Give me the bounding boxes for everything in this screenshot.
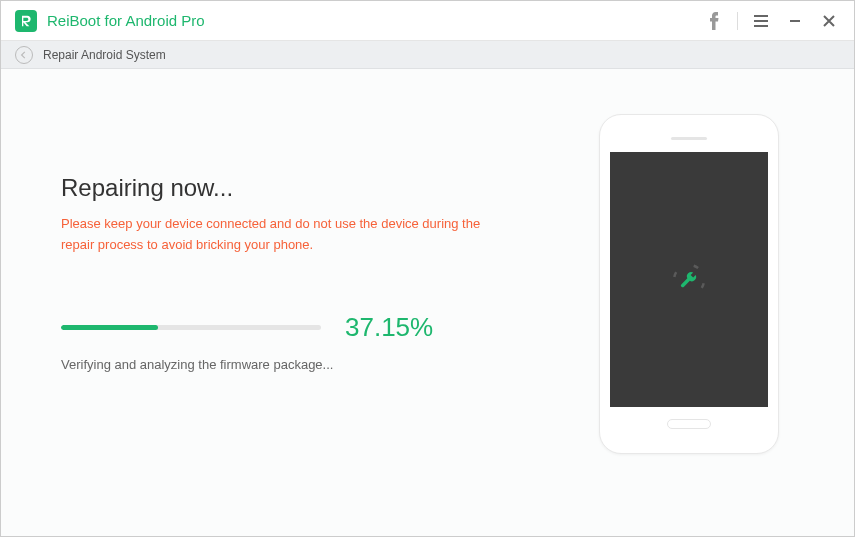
app-window: ReiBoot for Android Pro Repair Android S… [0,0,855,537]
app-logo-icon [15,10,37,32]
right-pane [584,114,794,496]
progress-bar [61,325,321,330]
progress-percent: 37.15% [345,312,433,343]
back-button[interactable] [15,46,33,64]
repair-wrench-icon [669,260,709,300]
titlebar-controls [699,6,844,36]
phone-illustration [599,114,779,454]
breadcrumb-label: Repair Android System [43,48,166,62]
content-area: Repairing now... Please keep your device… [1,69,854,536]
facebook-icon[interactable] [699,6,729,36]
progress-row: 37.15% [61,312,584,343]
titlebar: ReiBoot for Android Pro [1,1,854,41]
menu-icon[interactable] [746,6,776,36]
divider [737,12,738,30]
phone-screen [610,152,768,407]
app-title: ReiBoot for Android Pro [47,12,699,29]
phone-speaker [671,137,707,140]
page-heading: Repairing now... [61,174,584,202]
status-text: Verifying and analyzing the firmware pac… [61,357,584,372]
close-button[interactable] [814,6,844,36]
warning-text: Please keep your device connected and do… [61,214,481,256]
left-pane: Repairing now... Please keep your device… [61,114,584,496]
progress-fill [61,325,158,330]
phone-home-button [667,419,711,429]
minimize-button[interactable] [780,6,810,36]
breadcrumb: Repair Android System [1,41,854,69]
